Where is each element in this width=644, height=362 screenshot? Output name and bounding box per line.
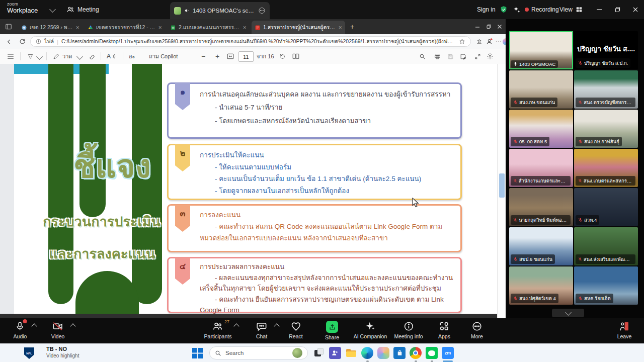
zoom-app-icon[interactable]: zm [442, 347, 454, 359]
ask-copilot-button[interactable]: ถาม Copilot [149, 49, 178, 64]
line-icon[interactable] [426, 347, 438, 359]
video-chevron-icon[interactable] [70, 323, 75, 329]
gallery-next-page-button[interactable] [552, 309, 584, 317]
expand-icon[interactable] [473, 49, 482, 64]
fit-page-icon[interactable] [225, 49, 235, 64]
video-tile[interactable]: สนง.กษ.ขอนแก่น [509, 70, 573, 109]
teams-icon[interactable] [329, 347, 341, 359]
pdf-contents-icon[interactable] [5, 49, 16, 64]
zoom-in-icon[interactable]: + [213, 49, 221, 64]
view-button[interactable]: View [559, 0, 583, 19]
pdf-scrollbar[interactable] [497, 64, 506, 318]
ai-sparkle-icon[interactable] [513, 6, 521, 14]
address-field[interactable]: ไฟล์ | C:/Users/admin/Desktop/1.ประชุมระ… [30, 36, 471, 47]
participants-button[interactable]: 27 Participants [204, 321, 232, 339]
draw-chevron-icon[interactable] [76, 49, 83, 64]
meeting-info-button[interactable]: Meeting info [394, 321, 423, 339]
page-view-icon[interactable] [291, 49, 301, 64]
tab-shared-screen[interactable]: 1403 OPSMOAC's screen [170, 2, 270, 19]
browser-tab-2[interactable]: เขตตรวจราชการที่12 - Google ไดรฟ์ ✕ [85, 21, 165, 34]
tab2-close-icon[interactable]: ✕ [158, 25, 162, 30]
start-button[interactable] [192, 348, 203, 358]
tab-meeting[interactable]: Meeting [66, 0, 99, 19]
security-shield-icon[interactable] [500, 6, 508, 14]
sign-in-button[interactable]: Sign in [477, 0, 496, 19]
browser-tab-1[interactable]: เขต 12 2569 › พอเดิม ✕ [18, 21, 83, 34]
video-tile[interactable]: สนง.ส่งเสริมและพัฒนากา... [574, 227, 638, 265]
edge-icon[interactable] [361, 347, 373, 359]
read-aloud-icon[interactable]: A [107, 49, 116, 64]
video-tile[interactable]: สนง.ตรวจบัญชีสหกรณ์ที... [574, 70, 638, 109]
eraser-icon[interactable] [87, 49, 97, 64]
video-tile[interactable]: นายกฤตวิทย์ พิมพ์ทองงา... [509, 188, 573, 226]
ellipsis-icon[interactable] [258, 7, 266, 15]
text-tool-label[interactable]: อะ [129, 49, 135, 64]
audio-button[interactable]: Audio [14, 321, 27, 339]
browser-minimize-button[interactable] [475, 25, 480, 30]
tab1-close-icon[interactable]: ✕ [75, 25, 79, 30]
chrome-icon[interactable] [410, 347, 422, 359]
video-tile[interactable]: สนง.เกษตรและสหกรณ์จัง... [574, 149, 638, 187]
pdf-settings-gear-icon[interactable] [486, 49, 495, 64]
zoom-out-icon[interactable]: − [199, 49, 207, 64]
share-button[interactable]: Share [325, 321, 339, 340]
browser-tab-3[interactable]: 2.แบบลงคะแนนการสรรหาปราชญ์เกษ... ✕ [167, 21, 250, 34]
profile-avatar-icon[interactable] [484, 36, 494, 47]
tab4-close-icon[interactable]: ✕ [338, 25, 342, 30]
video-tile[interactable]: ปริญญา ชัยวัน ส.... ปริญญา ชัยวัน ส.ป.ก. [574, 31, 638, 69]
react-button[interactable]: React [289, 321, 302, 339]
close-button[interactable] [628, 0, 643, 19]
search-input[interactable]: Search [209, 346, 308, 359]
recording-indicator[interactable]: Recording [531, 0, 559, 19]
video-tile[interactable]: สขป.6 ขอนแก่น [509, 227, 573, 265]
restore-button[interactable] [610, 0, 625, 19]
video-tile[interactable]: สำนักงานเกษตรและสหกร... [509, 149, 573, 187]
video-tile[interactable]: สหค.ร้อยเอ็ด [574, 266, 638, 305]
more-button[interactable]: More [471, 321, 483, 339]
back-icon[interactable] [4, 36, 14, 47]
save-icon[interactable] [446, 49, 455, 64]
highlighter-icon[interactable] [25, 49, 35, 64]
widget-subtitle[interactable]: Video highlight [46, 353, 79, 358]
video-button[interactable]: Video [51, 321, 65, 339]
collections-icon[interactable] [474, 36, 484, 47]
video-tile[interactable]: สนง.ปศุสัตว์เขต 4 [509, 266, 573, 305]
ms-store-icon[interactable] [393, 347, 406, 359]
page-number-input[interactable]: 11 [238, 51, 254, 62]
save-as-icon[interactable] [458, 49, 467, 64]
video-tile[interactable]: สวพ.4 [574, 188, 638, 226]
draw-label[interactable]: วาด [62, 49, 72, 64]
browser-tab-4-active[interactable]: 1.สรรหาปราชญ์(นำเสนอผู้ตรวจ)(ฝังฟ... ✕ [252, 21, 345, 34]
pdf-page-area[interactable]: ชี้แจง กระบวนการประเมิน และการลงคะแนน ๑ … [0, 64, 506, 318]
participants-chevron-icon[interactable] [233, 323, 239, 329]
print-icon[interactable] [433, 49, 442, 64]
refresh-icon[interactable] [17, 36, 27, 47]
apps-button[interactable]: Apps [438, 321, 450, 339]
widget-nfl-icon[interactable]: NFL [24, 347, 34, 359]
favorite-star-icon[interactable] [459, 38, 465, 45]
chat-button[interactable]: Chat [256, 321, 267, 339]
minimize-button[interactable] [592, 0, 607, 19]
page-info-icon[interactable] [36, 39, 41, 44]
file-explorer-icon[interactable] [345, 347, 357, 359]
widget-title[interactable]: TB - NO [46, 346, 67, 352]
workspace-chevron-down-icon[interactable] [50, 7, 55, 12]
audio-chevron-icon[interactable] [31, 323, 37, 329]
highlighter-chevron-icon[interactable] [36, 49, 42, 64]
ai-companion-button[interactable]: AI Companion [354, 321, 387, 339]
browser-restore-button[interactable] [486, 24, 491, 29]
pdf-scrollbar-thumb[interactable] [499, 173, 505, 198]
chat-chevron-icon[interactable] [274, 323, 279, 329]
draw-pen-icon[interactable] [51, 49, 60, 64]
video-tile-active-speaker[interactable]: 1403 OPSMOAC [509, 31, 573, 69]
leave-button[interactable]: Leave [617, 321, 632, 339]
new-tab-button[interactable]: + [350, 23, 354, 31]
rotate-icon[interactable] [278, 49, 287, 64]
copilot-taskbar-icon[interactable] [377, 347, 389, 359]
tab3-close-icon[interactable]: ✕ [243, 25, 247, 30]
task-view-icon[interactable] [313, 347, 325, 359]
vertical-tabs-icon[interactable] [5, 23, 12, 30]
pdf-search-icon[interactable] [418, 49, 427, 64]
browser-close-button[interactable] [497, 24, 502, 29]
video-tile[interactable]: 05_00 สตท.5 [509, 110, 573, 148]
